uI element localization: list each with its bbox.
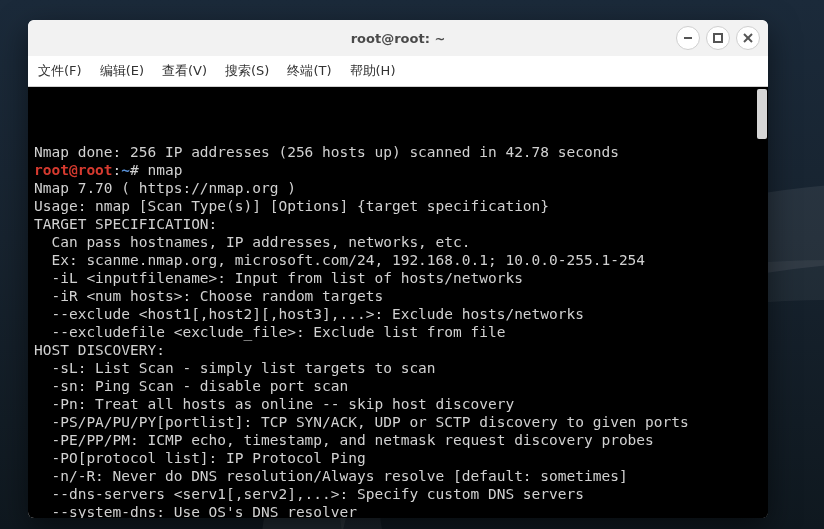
close-icon — [743, 33, 753, 43]
terminal-output[interactable]: Nmap done: 256 IP addresses (256 hosts u… — [28, 87, 768, 518]
minimize-icon — [683, 33, 693, 43]
terminal-window: root@root: ~ 文件(F) 编辑(E) 查看(V) 搜索(S) 终端(… — [28, 20, 768, 518]
terminal-line: Can pass hostnames, IP addresses, networ… — [34, 233, 762, 251]
maximize-button[interactable] — [706, 26, 730, 50]
scrollbar[interactable] — [756, 87, 768, 518]
terminal-line: -PE/PP/PM: ICMP echo, timestamp, and net… — [34, 431, 762, 449]
menu-view[interactable]: 查看(V) — [160, 58, 209, 84]
window-title: root@root: ~ — [351, 31, 446, 46]
terminal-line: -sn: Ping Scan - disable port scan — [34, 377, 762, 395]
menu-edit[interactable]: 编辑(E) — [98, 58, 146, 84]
menu-file[interactable]: 文件(F) — [36, 58, 84, 84]
menu-terminal[interactable]: 终端(T) — [285, 58, 333, 84]
terminal-line: -PS/PA/PU/PY[portlist]: TCP SYN/ACK, UDP… — [34, 413, 762, 431]
window-controls — [676, 26, 760, 50]
close-button[interactable] — [736, 26, 760, 50]
terminal-line: Usage: nmap [Scan Type(s)] [Options] {ta… — [34, 197, 762, 215]
terminal-line: --excludefile <exclude_file>: Exclude li… — [34, 323, 762, 341]
terminal-line: HOST DISCOVERY: — [34, 341, 762, 359]
terminal-line: -PO[protocol list]: IP Protocol Ping — [34, 449, 762, 467]
menu-search[interactable]: 搜索(S) — [223, 58, 271, 84]
terminal-line: Nmap 7.70 ( https://nmap.org ) — [34, 179, 762, 197]
terminal-line: -Pn: Treat all hosts as online -- skip h… — [34, 395, 762, 413]
terminal-line: Nmap done: 256 IP addresses (256 hosts u… — [34, 143, 762, 161]
terminal-line: Ex: scanme.nmap.org, microsoft.com/24, 1… — [34, 251, 762, 269]
terminal-line: root@root:~# nmap — [34, 161, 762, 179]
svg-rect-1 — [714, 34, 722, 42]
menubar: 文件(F) 编辑(E) 查看(V) 搜索(S) 终端(T) 帮助(H) — [28, 56, 768, 87]
titlebar[interactable]: root@root: ~ — [28, 20, 768, 56]
terminal-line: -iR <num hosts>: Choose random targets — [34, 287, 762, 305]
terminal-line: -sL: List Scan - simply list targets to … — [34, 359, 762, 377]
scrollbar-thumb[interactable] — [757, 89, 767, 139]
terminal-line: --dns-servers <serv1[,serv2],...>: Speci… — [34, 485, 762, 503]
menu-help[interactable]: 帮助(H) — [348, 58, 398, 84]
terminal-line: TARGET SPECIFICATION: — [34, 215, 762, 233]
terminal-line: -n/-R: Never do DNS resolution/Always re… — [34, 467, 762, 485]
terminal-line: --exclude <host1[,host2][,host3],...>: E… — [34, 305, 762, 323]
terminal-line: --system-dns: Use OS's DNS resolver — [34, 503, 762, 518]
minimize-button[interactable] — [676, 26, 700, 50]
terminal-line: -iL <inputfilename>: Input from list of … — [34, 269, 762, 287]
maximize-icon — [713, 33, 723, 43]
